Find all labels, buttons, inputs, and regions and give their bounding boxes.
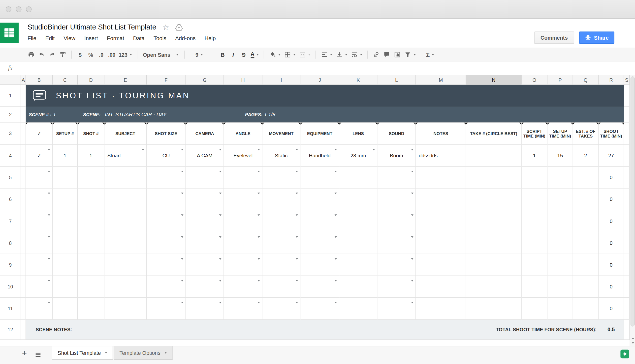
cell-lens[interactable] [339, 276, 377, 298]
insert-chart-button[interactable] [392, 49, 403, 60]
cell-setup-time[interactable] [547, 232, 573, 254]
scrollbar-thumb[interactable] [630, 76, 634, 326]
strikethrough-button[interactable]: S [238, 49, 249, 60]
column-header-l[interactable]: L [378, 75, 416, 85]
scroll-down-button[interactable] [630, 341, 635, 346]
tab-template-options[interactable]: Template Options [114, 346, 173, 360]
cell-camera[interactable] [186, 232, 224, 254]
cell-camera[interactable] [186, 210, 224, 232]
cell[interactable] [624, 232, 630, 254]
header-shot-number[interactable]: SHOT # [78, 123, 104, 145]
cell-take[interactable] [466, 210, 522, 232]
menu-data[interactable]: Data [133, 35, 145, 41]
cell-take[interactable] [466, 145, 522, 166]
cell-equipment[interactable] [300, 254, 339, 276]
cell-est-takes[interactable]: 2 [573, 145, 598, 166]
cell-equipment[interactable] [300, 298, 339, 320]
cell-movement[interactable] [262, 188, 300, 210]
header-shoot-time[interactable]: SHOOT TIME (MIN) [598, 123, 624, 145]
cell[interactable] [21, 167, 26, 188]
cell-camera[interactable] [186, 167, 224, 188]
column-header-b[interactable]: B [26, 75, 53, 85]
redo-button[interactable] [47, 49, 57, 60]
cell-shot-number[interactable] [78, 232, 104, 254]
cell[interactable] [624, 85, 630, 107]
header-script-time[interactable]: SCRIPT TIME (MIN) [522, 123, 547, 145]
cell-movement[interactable]: Static [262, 145, 300, 166]
cell-camera[interactable] [186, 188, 224, 210]
cell-notes[interactable] [416, 276, 466, 298]
header-movement[interactable]: MOVEMENT [262, 123, 300, 145]
header-shot-size[interactable]: SHOT SIZE [147, 123, 186, 145]
column-header-o[interactable]: O [522, 75, 547, 85]
row-header[interactable]: 3 [0, 123, 21, 145]
more-formats-button[interactable]: 123 [117, 49, 133, 60]
cell-check[interactable] [26, 298, 53, 320]
cell-shoot-time[interactable]: 0 [598, 298, 624, 320]
print-button[interactable] [26, 49, 36, 60]
cell-sound[interactable] [378, 298, 416, 320]
all-sheets-menu-icon[interactable] [35, 352, 42, 358]
cell-est-takes[interactable] [573, 276, 598, 298]
header-check[interactable]: ✓ [26, 123, 53, 145]
cell-shoot-time[interactable]: 0 [598, 254, 624, 276]
menu-view[interactable]: View [64, 35, 75, 41]
header-est-takes[interactable]: EST. # OF TAKES [573, 123, 598, 145]
scroll-up-button[interactable] [630, 336, 635, 341]
cell-sound[interactable] [378, 276, 416, 298]
cell-angle[interactable] [224, 298, 262, 320]
font-family-select[interactable]: Open Sans [140, 49, 181, 60]
cell-angle[interactable] [224, 188, 262, 210]
cell-setup-number[interactable] [53, 232, 78, 254]
cell-take[interactable] [466, 276, 522, 298]
cell-shot-size[interactable]: CU [147, 145, 186, 166]
cell-shoot-time[interactable]: 0 [598, 167, 624, 188]
cell-setup-time[interactable] [547, 188, 573, 210]
vertical-scrollbar[interactable] [630, 75, 635, 346]
column-header-r[interactable]: R [598, 75, 624, 85]
column-header-d[interactable]: D [78, 75, 104, 85]
comments-button[interactable]: Comments [534, 32, 574, 44]
explore-icon[interactable] [620, 350, 629, 358]
cell-equipment[interactable] [300, 232, 339, 254]
cell-subject[interactable] [104, 276, 147, 298]
column-header-s[interactable]: S [624, 75, 630, 85]
cell-notes[interactable] [416, 254, 466, 276]
cell-equipment[interactable]: Handheld [300, 145, 339, 166]
cell-subject[interactable] [104, 188, 147, 210]
cell[interactable] [624, 210, 630, 232]
cell-shoot-time[interactable]: 0 [598, 232, 624, 254]
row-header[interactable]: 5 [0, 167, 21, 188]
cell-shot-number[interactable] [78, 167, 104, 188]
font-size-select[interactable]: 9 [188, 49, 210, 60]
window-zoom-button[interactable] [26, 6, 32, 12]
cell-angle[interactable]: Eyelevel [224, 145, 262, 166]
cell-equipment[interactable] [300, 167, 339, 188]
scene-info-banner[interactable]: SCENE # : 1 SCENE: INT. STUART'S CAR - D… [26, 107, 624, 123]
cell-setup-time[interactable]: 15 [547, 145, 573, 166]
add-sheet-button[interactable]: + [22, 349, 27, 358]
row-header[interactable]: 11 [0, 298, 21, 320]
header-lens[interactable]: LENS [339, 123, 377, 145]
header-sound[interactable]: SOUND [378, 123, 416, 145]
menu-edit[interactable]: Edit [45, 35, 55, 41]
cell-sound[interactable] [378, 167, 416, 188]
column-header-c[interactable]: C [53, 75, 78, 85]
cell-shot-size[interactable] [147, 188, 186, 210]
cell-shot-size[interactable] [147, 254, 186, 276]
cell-script-time[interactable]: 1 [522, 145, 547, 166]
cell-check[interactable]: ✓ [26, 145, 53, 166]
cell-check[interactable] [26, 276, 53, 298]
pages-value[interactable]: 1 1/8 [264, 112, 275, 118]
cell-shot-number[interactable] [78, 298, 104, 320]
scene-description[interactable]: INT. STUART'S CAR - DAY [105, 112, 166, 118]
menu-format[interactable]: Format [107, 35, 124, 41]
cell-subject[interactable]: Stuart [104, 145, 147, 166]
cell-angle[interactable] [224, 254, 262, 276]
cell-setup-time[interactable] [547, 254, 573, 276]
star-icon[interactable]: ☆ [162, 24, 169, 31]
column-header-h[interactable]: H [224, 75, 262, 85]
cell-take[interactable] [466, 167, 522, 188]
menu-help[interactable]: Help [204, 35, 216, 41]
cell-shot-number[interactable] [78, 210, 104, 232]
